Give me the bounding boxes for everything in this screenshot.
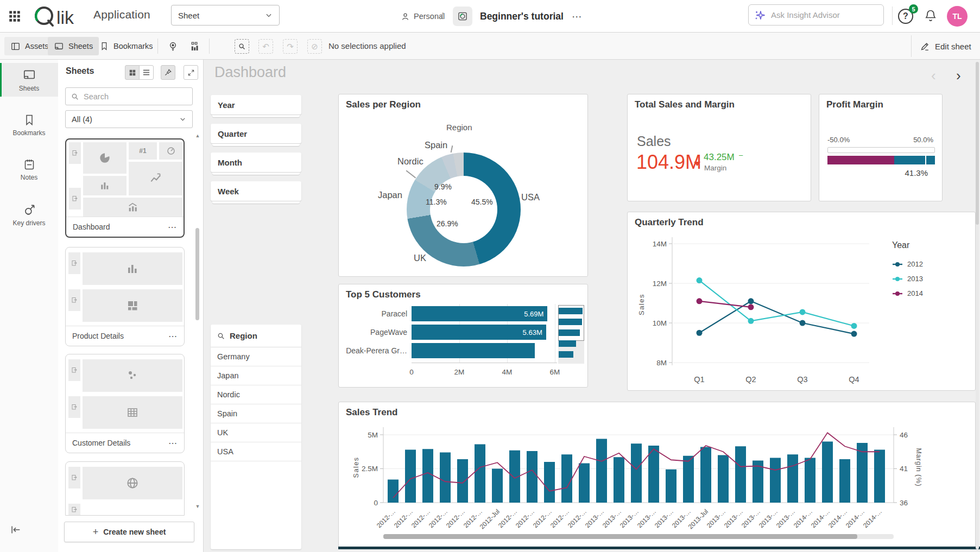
rail-item-bookmarks[interactable]: Bookmarks [0,109,58,141]
slice-pct-uk: 26.9% [437,219,458,228]
mini-nav-bar [559,351,573,358]
chevron-down-icon [179,116,186,123]
svg-text:2012-…: 2012-… [410,507,432,529]
edit-sheet-button[interactable]: Edit sheet [920,38,971,54]
scroll-down-icon[interactable]: ▼ [194,504,201,509]
sheet-options-menu[interactable]: ⋯ [168,222,177,232]
smart-search-icon[interactable] [235,39,249,54]
filter-month[interactable]: Month [211,153,301,172]
rail-label: Sheets [19,85,39,92]
bookmarks-button[interactable]: Bookmarks [93,37,159,55]
sheets-filter-value: All (4) [72,115,92,124]
bar[interactable]: 5.69M [412,306,547,321]
create-new-sheet-button[interactable]: + Create new sheet [64,522,194,542]
sheet-options-menu[interactable]: ⋯ [168,438,178,448]
sheet-card-dashboard[interactable]: #1 Dashboard ⋯ [65,138,185,238]
undo-selection-icon[interactable]: ↶ [258,39,273,54]
topbar-divider [892,7,893,25]
x-axis-line [412,363,557,363]
bars-glyph [83,176,127,195]
grid-view-toggle[interactable] [125,65,140,80]
chart-scrollbar-track[interactable] [383,534,894,539]
sheet-title: Dashboard [214,64,286,81]
bottom-edge-strip [338,547,980,549]
panel-scrollbar-thumb[interactable] [195,228,199,320]
table-glyph [83,396,182,429]
chart-sales-per-region[interactable]: Sales per Region Region Spain Nordic Jap… [338,94,588,277]
mini-nav-chart[interactable] [558,305,584,364]
legend-item[interactable]: 2014 [892,286,923,301]
bell-icon[interactable] [924,9,937,23]
app-launcher-icon[interactable] [8,9,22,23]
sheet-card-product-details[interactable]: Product Details ⋯ [65,247,185,346]
expand-panel-icon[interactable] [184,65,198,80]
list-view-toggle[interactable] [139,65,154,80]
legend-item[interactable]: 2013 [892,271,923,286]
sheets-search-input[interactable] [84,92,181,101]
rail-item-sheets[interactable]: Sheets [0,63,58,97]
next-sheet-icon[interactable]: › [956,67,961,84]
app-thumbnail-icon[interactable] [453,7,472,26]
region-filter-item[interactable]: Germany [211,347,301,366]
svg-text:2012-…: 2012-… [393,507,414,529]
scroll-up-icon[interactable]: ▲ [194,133,201,138]
filter-quarter[interactable]: Quarter [211,124,301,143]
sheets-button[interactable]: Sheets [48,37,99,55]
bar[interactable]: 5.63M [412,325,546,340]
sheet-icon [22,68,36,82]
bar[interactable] [412,343,535,358]
region-filter-item[interactable]: UK [211,423,301,442]
sheet-card-partial[interactable] [65,461,185,516]
region-filter-item[interactable]: Japan [211,366,301,385]
svg-text:2014-…: 2014-… [792,507,814,529]
breadcrumb-space[interactable]: Personal [401,0,445,33]
sheets-filter-select[interactable]: All (4) [65,110,193,128]
svg-text:2014-…: 2014-… [827,507,849,529]
sheet-card-customer-details[interactable]: Customer Details ⋯ [65,354,185,453]
collapse-rail-icon[interactable] [10,524,22,536]
region-filter-item[interactable]: Spain [211,404,301,423]
pin-panel-icon[interactable] [161,65,175,80]
kpi-total-sales-and-margin[interactable]: Total Sales and Margin Sales 104.9M 43.2… [627,94,811,201]
filter-year[interactable]: Year [211,95,301,115]
insights-bulb-icon[interactable] [164,38,181,54]
insight-advisor-input[interactable] [771,10,869,20]
chart-top-5-customers[interactable]: Top 5 Customers 02M4M6MParacel5.69MPageW… [338,284,588,388]
sheets-search[interactable] [65,87,193,105]
previous-sheet-icon[interactable]: ‹ [931,67,936,84]
user-avatar[interactable]: TL [947,6,968,27]
rail-item-key-drivers[interactable]: Key drivers [0,198,58,231]
clear-selections-icon[interactable]: ⊘ [307,39,322,54]
region-filter-item[interactable]: USA [211,442,301,461]
app-options-menu[interactable]: ⋯ [572,0,583,33]
svg-text:2012-…: 2012-… [514,507,536,529]
chart-columns-icon[interactable] [186,38,203,54]
slice-label-japan: Japan [378,190,402,200]
legend-item[interactable]: 2012 [892,257,923,271]
slice-pct-nordic: 9.9% [434,182,452,191]
svg-text:8M: 8M [656,359,667,367]
region-filter-item[interactable]: Nordic [211,385,301,404]
gauge-value: 41.3% [879,168,928,177]
chart-quarterly-trend[interactable]: Quarterly Trend 8M10M12M14MQ1Q2Q3Q4Sales… [627,212,976,391]
qlik-logo[interactable]: lik [31,4,86,29]
sheet-selector-value: Sheet [178,11,199,20]
mini-nav-bar [559,308,583,314]
gauge-profit-margin[interactable]: Profit Margin -50.0% 50.0% 41.3% [819,94,943,201]
filter-week[interactable]: Week [211,181,301,201]
region-listbox-header[interactable]: Region [211,325,301,347]
rail-item-notes[interactable]: Notes [0,153,58,186]
sheet-options-menu[interactable]: ⋯ [168,331,178,341]
svg-text:36: 36 [900,499,908,507]
app-label: Application [93,8,150,21]
sheet-type-selector[interactable]: Sheet [171,5,280,26]
chart-legend: Year 201220132014 [892,240,923,301]
person-icon [401,12,410,21]
chart-scrollbar-thumb[interactable] [383,534,857,539]
chart-sales-trend[interactable]: Sales Trend 02.5M5M364146SalesMargin (%)… [338,402,976,548]
assets-button[interactable]: Assets [4,37,55,55]
redo-selection-icon[interactable]: ↷ [283,39,298,54]
svg-text:10M: 10M [653,319,667,327]
canvas-scrollbar-thumb[interactable] [976,62,979,225]
insight-advisor-search[interactable] [748,4,884,26]
